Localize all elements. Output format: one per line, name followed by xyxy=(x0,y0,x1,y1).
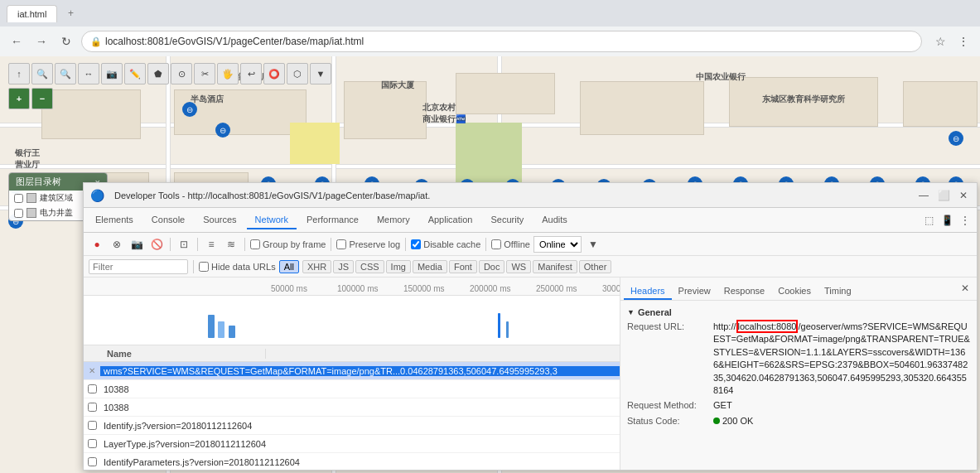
tab-console[interactable]: Console xyxy=(143,211,193,229)
toolbar-measure[interactable]: 📷 xyxy=(101,63,123,84)
stop-button[interactable]: ⊗ xyxy=(109,236,125,253)
table-row[interactable]: Identify.js?version=20180112112604 xyxy=(84,417,620,435)
table-row[interactable]: 10388 xyxy=(84,380,620,398)
map-marker-17[interactable] xyxy=(949,131,963,146)
filter-css[interactable]: CSS xyxy=(355,260,384,273)
toolbar-arrow[interactable]: ↑ xyxy=(8,63,30,84)
toolbar-hex[interactable]: ⬡ xyxy=(287,63,308,84)
request-name-selected[interactable]: wms?SERVICE=WMS&REQUEST=GetMap&FORMAT=im… xyxy=(100,366,620,376)
tab-network[interactable]: Network xyxy=(247,211,297,229)
back-button[interactable]: ← xyxy=(7,31,27,51)
offline-checkbox[interactable] xyxy=(491,239,501,249)
row-checkbox-2[interactable] xyxy=(88,384,97,393)
toolbar-zoom-out[interactable]: 🔍 xyxy=(55,63,76,84)
map-toolbar: ↑ 🔍 🔍 ↔ 📷 ✏️ ⬟ ⊙ ✂ 🖐 ↩ ⭕ ⬡ ▼ + − xyxy=(8,63,331,109)
separator-6 xyxy=(485,238,486,251)
table-row[interactable]: 10388 xyxy=(84,398,620,417)
request-name-5[interactable]: LayerType.js?version=20180112112604 xyxy=(100,439,620,449)
throttle-arrow[interactable]: ▼ xyxy=(585,236,601,253)
hide-data-urls-checkbox[interactable] xyxy=(199,262,209,272)
toolbar-zoom-plus[interactable]: + xyxy=(8,88,30,109)
devtools-close-button[interactable]: ✕ xyxy=(957,189,970,202)
address-bar[interactable]: 🔒 localhost:8081/eGovGIS/V1/pageCenter/b… xyxy=(81,31,922,52)
rp-tab-headers[interactable]: Headers xyxy=(624,283,672,300)
devtools-titlebar: 🔵 Developer Tools - http://localhost:808… xyxy=(84,183,977,208)
record-button[interactable]: ● xyxy=(89,236,105,253)
filter-other[interactable]: Other xyxy=(579,260,612,273)
tab-performance[interactable]: Performance xyxy=(298,211,367,229)
tab-title: iat.html xyxy=(17,9,46,19)
view-list-button[interactable]: ≡ xyxy=(203,236,220,253)
tab-audits[interactable]: Audits xyxy=(533,211,576,229)
throttle-select[interactable]: Online xyxy=(533,236,582,253)
table-row[interactable]: ✕ wms?SERVICE=WMS&REQUEST=GetMap&FORMAT=… xyxy=(84,362,620,380)
request-name-2[interactable]: 10388 xyxy=(100,384,620,394)
view-waterfall-button[interactable]: ≋ xyxy=(223,236,239,253)
bookmark-button[interactable]: ☆ xyxy=(930,31,950,51)
toolbar-zoom-in[interactable]: 🔍 xyxy=(31,63,53,84)
devtools-inspect-button[interactable]: ⬚ xyxy=(920,212,937,229)
table-row[interactable]: LayerType.js?version=20180112112604 xyxy=(84,435,620,453)
new-tab-button[interactable]: + xyxy=(60,3,80,23)
devtools-more-button[interactable]: ⋮ xyxy=(957,212,973,229)
browser-tab[interactable]: iat.html xyxy=(7,5,57,22)
row-checkbox-3[interactable] xyxy=(88,403,97,412)
tab-security[interactable]: Security xyxy=(482,211,532,229)
tab-application[interactable]: Application xyxy=(420,211,481,229)
group-by-frame-checkbox[interactable] xyxy=(250,239,260,249)
clear-button[interactable]: 🚫 xyxy=(148,236,165,253)
tab-memory[interactable]: Memory xyxy=(369,211,418,229)
filter-doc[interactable]: Doc xyxy=(479,260,505,273)
map-marker-19[interactable] xyxy=(215,123,230,138)
tab-sources[interactable]: Sources xyxy=(195,211,244,229)
request-list[interactable]: ✕ wms?SERVICE=WMS&REQUEST=GetMap&FORMAT=… xyxy=(84,362,620,470)
toolbar-zoom-minus[interactable]: − xyxy=(31,88,53,109)
filter-input[interactable] xyxy=(89,259,188,274)
toolbar-polygon[interactable]: ⬟ xyxy=(147,63,169,84)
toolbar-undo[interactable]: ↩ xyxy=(240,63,262,84)
toolbar-pan[interactable]: ↔ xyxy=(78,63,99,84)
refresh-button[interactable]: ↻ xyxy=(56,31,76,51)
right-panel-close-button[interactable]: ✕ xyxy=(957,280,973,297)
toolbar-target[interactable]: ⭕ xyxy=(263,63,285,84)
tab-elements[interactable]: Elements xyxy=(87,211,142,229)
rp-tab-timing[interactable]: Timing xyxy=(818,283,858,300)
rp-tab-cookies[interactable]: Cookies xyxy=(771,283,818,300)
filter-font[interactable]: Font xyxy=(449,260,477,273)
forward-button[interactable]: → xyxy=(31,31,51,51)
rp-tab-preview[interactable]: Preview xyxy=(672,283,717,300)
request-name-3[interactable]: 10388 xyxy=(100,403,620,413)
row-checkbox-4[interactable] xyxy=(88,421,97,430)
filter-js[interactable]: JS xyxy=(333,260,354,273)
filter-icon-button[interactable]: ⊡ xyxy=(176,236,192,253)
toolbar-scissors[interactable]: ✂ xyxy=(194,63,215,84)
right-panel: Headers Preview Response Cookies Timing … xyxy=(620,278,977,470)
filter-ws[interactable]: WS xyxy=(506,260,531,273)
devtools-maximize-button[interactable]: ⬜ xyxy=(937,189,950,202)
table-row[interactable]: IdentifyParameters.js?version=2018011211… xyxy=(84,453,620,470)
row-checkbox-5[interactable] xyxy=(88,439,97,448)
disable-cache-checkbox[interactable] xyxy=(411,239,421,249)
row-checkbox-6[interactable] xyxy=(88,457,97,466)
preserve-log-checkbox[interactable] xyxy=(336,239,346,249)
layer-checkbox-1[interactable] xyxy=(14,194,23,203)
filter-img[interactable]: Img xyxy=(386,260,411,273)
header-name: Name xyxy=(100,349,266,359)
layer-checkbox-2[interactable] xyxy=(14,209,23,218)
filter-xhr[interactable]: XHR xyxy=(302,260,331,273)
menu-button[interactable]: ⋮ xyxy=(953,31,973,51)
filter-media[interactable]: Media xyxy=(413,260,447,273)
request-list-header: Name xyxy=(84,345,620,362)
filter-all-button[interactable]: All xyxy=(279,260,299,273)
toolbar-hand[interactable]: 🖐 xyxy=(217,63,239,84)
devtools-device-button[interactable]: 📱 xyxy=(939,212,955,229)
toolbar-circle[interactable]: ⊙ xyxy=(171,63,192,84)
rp-tab-response[interactable]: Response xyxy=(717,283,772,300)
devtools-minimize-button[interactable]: — xyxy=(917,189,930,202)
filter-manifest[interactable]: Manifest xyxy=(533,260,577,273)
camera-button[interactable]: 📷 xyxy=(128,236,145,253)
toolbar-draw[interactable]: ✏️ xyxy=(124,63,146,84)
toolbar-dropdown[interactable]: ▼ xyxy=(310,63,331,84)
request-name-4[interactable]: Identify.js?version=20180112112604 xyxy=(100,421,620,431)
request-name-6[interactable]: IdentifyParameters.js?version=2018011211… xyxy=(100,457,620,467)
